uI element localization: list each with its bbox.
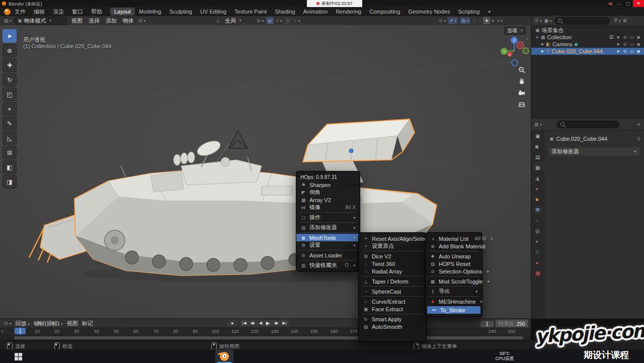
tab-scripting[interactable]: Scripting	[454, 8, 484, 16]
gizmos-toggle-icon[interactable]: ↗	[448, 17, 458, 24]
selectable-icon[interactable]: ➤	[616, 42, 620, 47]
menu-help[interactable]: 帮助	[87, 7, 106, 17]
maximize-button[interactable]: ▢	[626, 1, 630, 6]
viewport-disable-icon[interactable]: ▭	[630, 49, 634, 54]
tab-rendering[interactable]: Rendering	[332, 8, 365, 16]
play-reverse-button[interactable]: ◀	[259, 321, 262, 325]
tab-modeling[interactable]: Modeling	[135, 8, 166, 16]
taskbar-blender-icon[interactable]	[215, 349, 233, 363]
menu-item-smart-apply[interactable]: ↻Smart Apply	[359, 315, 426, 323]
filter-funnel-icon[interactable]: ∇	[614, 18, 621, 23]
menu-add[interactable]: 添加	[104, 17, 118, 25]
tab-animation[interactable]: Animation	[299, 8, 332, 16]
tab-view-layer[interactable]: ▦	[535, 165, 540, 170]
menu-item-selection-options[interactable]: ⊘Selection Options	[426, 267, 482, 275]
editor-type-timeline-icon[interactable]: ◷	[4, 321, 11, 326]
collection-row[interactable]: ▼ ▦ Collection ☑ ➤ ⊙ ▭ ◙	[531, 34, 644, 41]
menu-object[interactable]: 物体	[121, 17, 135, 25]
menu-item-add-modifier[interactable]: ▤添加修改器	[296, 224, 360, 231]
tab-constraints[interactable]: ⌖	[535, 239, 538, 245]
mode-dropdown[interactable]: ▣ 物体模式	[15, 17, 67, 25]
menu-keying[interactable]: 键帧(插帧)	[34, 320, 63, 327]
tab-world[interactable]: ●	[535, 186, 538, 192]
tab-physics[interactable]: ◎	[535, 228, 540, 234]
tab-texture-paint[interactable]: Texture Paint	[230, 8, 271, 16]
scene-collection-row[interactable]: ▣ 场景集合	[531, 27, 644, 34]
menu-item-add-blank-material[interactable]: ⊕Add Blank Material	[426, 242, 482, 250]
expand-icon[interactable]: ▼	[535, 36, 539, 39]
tool-annotate[interactable]: ✎	[3, 117, 17, 130]
add-modifier-dropdown[interactable]: 添加修改器 ▼	[548, 147, 640, 156]
snap-magnet-icon[interactable]: ∪	[266, 17, 274, 24]
menu-item-twist-360[interactable]: ∴Twist 360	[359, 260, 426, 267]
menu-file[interactable]: 文件	[11, 7, 30, 17]
xray-toggle-icon[interactable]: ◫	[472, 18, 477, 23]
tool-cursor[interactable]: ⊕	[3, 44, 17, 57]
properties-search-input[interactable]	[567, 121, 616, 128]
properties-search[interactable]	[557, 121, 619, 128]
timeline-scrollbar[interactable]	[14, 336, 523, 339]
menu-item-meshmachine[interactable]: ■MESHmachine	[426, 298, 482, 305]
start-button[interactable]	[12, 350, 24, 362]
tab-particles[interactable]: ∴	[535, 218, 538, 223]
tool-tweak-select[interactable]: ➤	[3, 29, 17, 43]
tab-compositing[interactable]: Compositing	[365, 8, 404, 16]
tab-uv-editing[interactable]: UV Editing	[196, 8, 230, 16]
tool-boxcutter[interactable]: ◧	[3, 160, 17, 174]
menu-item-material-list[interactable]: ◑Material ListAlt M	[426, 235, 482, 242]
menu-item-autosmooth[interactable]: ▤AutoSmooth	[359, 323, 426, 330]
current-frame-field[interactable]: 1	[480, 321, 494, 327]
menu-timeline-view[interactable]: 视图	[67, 320, 78, 327]
proportional-editing-icon[interactable]: ○	[284, 17, 291, 24]
shading-solid-icon[interactable]: ●	[483, 17, 490, 24]
tab-tool[interactable]: ▣	[535, 133, 540, 139]
show-gizmo-icon[interactable]: ⊙	[439, 18, 446, 23]
shading-rendered-icon[interactable]: ◑	[497, 18, 503, 23]
tab-layout[interactable]: Layout	[110, 8, 135, 16]
perspective-toggle-icon[interactable]	[517, 100, 526, 109]
menu-item-spherecast[interactable]: ◔SphereCast	[359, 288, 426, 295]
zoom-icon[interactable]	[517, 65, 526, 74]
tab-texture[interactable]: ▩	[535, 270, 540, 276]
menu-item-hops-reset[interactable]: ▤HOPS Reset	[426, 260, 482, 267]
expand-icon[interactable]: ▶	[541, 49, 544, 53]
menu-markers[interactable]: 标记	[82, 320, 93, 327]
minimize-button[interactable]: —	[617, 2, 621, 7]
blender-logo-icon[interactable]	[4, 9, 11, 15]
jump-end-button[interactable]: ▶|	[282, 321, 286, 325]
collapse-panel-icon[interactable]: ‹	[526, 36, 528, 41]
timeline-ruler[interactable]: » 10 20 30 40 50 60 70 80 90 100 110 120…	[0, 327, 531, 335]
menu-item-operations[interactable]: ▢操作	[296, 214, 360, 221]
falloff-icon[interactable]: ∧	[294, 18, 300, 23]
selectable-icon[interactable]: ➤	[616, 49, 620, 54]
jump-start-button[interactable]: |◀	[242, 321, 246, 325]
camera-row[interactable]: ▶ ◧ Camera ◉ ➤ ⊙ ▭ ◙	[531, 41, 644, 48]
menu-item-mod-scroll-toggle[interactable]: ▦Mod Scroll/Toggle	[426, 278, 482, 285]
prev-keyframe-button[interactable]: ◀•	[251, 321, 255, 325]
mesh-object-row[interactable]: ▶ ▽ Cube.020_Cube.044 ➤ ⊙ ▭ ◙	[531, 48, 644, 55]
shading-material-icon[interactable]: ◐	[492, 18, 495, 23]
volume-icon[interactable]: ◀)	[608, 1, 613, 6]
menu-item-settings[interactable]: ⚙设置	[296, 241, 360, 249]
tab-geometry-nodes[interactable]: Geometry Nodes	[404, 8, 454, 16]
menu-item-sharpen[interactable]: ⚑Sharpen	[296, 181, 360, 189]
menu-item-taper-deform[interactable]: △Taper / Deform	[359, 278, 426, 285]
editor-type-viewport-icon[interactable]: ▤	[4, 18, 12, 23]
play-button[interactable]: ▶	[266, 320, 270, 326]
add-workspace-button[interactable]: +	[484, 8, 495, 16]
snap-target-icon[interactable]: ⌗	[276, 18, 282, 24]
navigation-gizmo[interactable]: Z Y x	[499, 35, 530, 66]
viewport-disable-icon[interactable]: ▭	[630, 42, 634, 47]
menu-item-asset-loader[interactable]: ◎Asset Loader	[296, 251, 360, 259]
tool-rotate[interactable]: ↻	[3, 73, 17, 86]
hide-icon[interactable]: ⊙	[623, 42, 627, 47]
hide-icon[interactable]: ⊙	[623, 49, 627, 54]
pin-icon[interactable]: ⊙	[636, 136, 640, 141]
outliner-display-mode-icon[interactable]: ☰	[534, 18, 542, 23]
expand-icon[interactable]: ▶	[541, 42, 544, 46]
viewport-disable-icon[interactable]: ▭	[630, 35, 634, 40]
menu-item-export[interactable]: ↥导出	[426, 288, 482, 295]
overlays-toggle-icon[interactable]: ◎	[460, 17, 470, 24]
menu-window[interactable]: 窗口	[68, 7, 87, 17]
camera-view-icon[interactable]	[517, 88, 526, 98]
